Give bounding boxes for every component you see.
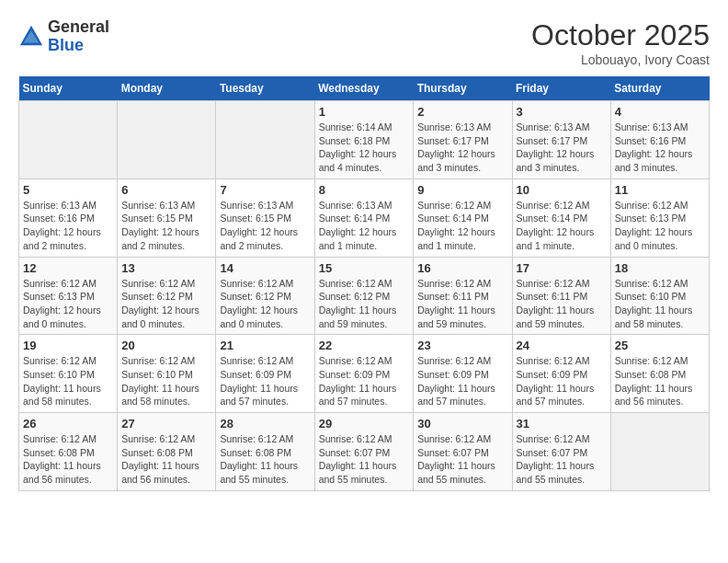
day-number: 9 [417, 183, 507, 197]
calendar-cell: 31Sunrise: 6:12 AM Sunset: 6:07 PM Dayli… [512, 413, 610, 491]
day-number: 1 [319, 105, 410, 119]
calendar-cell: 30Sunrise: 6:12 AM Sunset: 6:07 PM Dayli… [414, 413, 512, 491]
calendar-cell: 20Sunrise: 6:12 AM Sunset: 6:10 PM Dayli… [118, 335, 216, 413]
day-info: Sunrise: 6:14 AM Sunset: 6:18 PM Dayligh… [319, 121, 410, 175]
day-info: Sunrise: 6:12 AM Sunset: 6:10 PM Dayligh… [121, 354, 211, 408]
day-info: Sunrise: 6:12 AM Sunset: 6:07 PM Dayligh… [517, 432, 607, 487]
calendar-cell: 6Sunrise: 6:13 AM Sunset: 6:15 PM Daylig… [118, 178, 216, 257]
logo-general: General [48, 17, 109, 36]
day-number: 27 [121, 417, 211, 431]
calendar-cell: 4Sunrise: 6:13 AM Sunset: 6:16 PM Daylig… [610, 101, 709, 179]
day-info: Sunrise: 6:12 AM Sunset: 6:09 PM Dayligh… [220, 354, 310, 408]
day-number: 30 [417, 417, 507, 431]
calendar-cell: 15Sunrise: 6:12 AM Sunset: 6:12 PM Dayli… [314, 257, 414, 335]
day-info: Sunrise: 6:12 AM Sunset: 6:07 PM Dayligh… [417, 432, 507, 487]
calendar-cell: 1Sunrise: 6:14 AM Sunset: 6:18 PM Daylig… [314, 101, 414, 179]
calendar-cell [118, 101, 216, 179]
day-number: 28 [220, 417, 310, 431]
calendar-cell: 24Sunrise: 6:12 AM Sunset: 6:09 PM Dayli… [512, 335, 610, 413]
day-info: Sunrise: 6:12 AM Sunset: 6:08 PM Dayligh… [23, 432, 113, 487]
page-header: General Blue October 2025 Lobouayo, Ivor… [18, 18, 710, 67]
day-number: 11 [615, 183, 705, 197]
day-info: Sunrise: 6:12 AM Sunset: 6:09 PM Dayligh… [319, 354, 410, 408]
calendar-cell: 22Sunrise: 6:12 AM Sunset: 6:09 PM Dayli… [314, 335, 414, 413]
day-number: 3 [517, 105, 607, 119]
logo: General Blue [18, 18, 109, 55]
calendar-cell [610, 413, 709, 491]
calendar-cell: 3Sunrise: 6:13 AM Sunset: 6:17 PM Daylig… [512, 101, 610, 179]
calendar-cell: 25Sunrise: 6:12 AM Sunset: 6:08 PM Dayli… [610, 335, 709, 413]
day-number: 6 [121, 183, 211, 197]
day-of-week-friday: Friday [512, 76, 610, 101]
day-number: 4 [615, 105, 705, 119]
calendar-cell: 18Sunrise: 6:12 AM Sunset: 6:10 PM Dayli… [610, 257, 709, 335]
month-title: October 2025 [531, 18, 710, 52]
day-info: Sunrise: 6:12 AM Sunset: 6:08 PM Dayligh… [615, 354, 705, 408]
calendar-cell: 23Sunrise: 6:12 AM Sunset: 6:09 PM Dayli… [414, 335, 512, 413]
day-number: 15 [319, 261, 410, 275]
day-info: Sunrise: 6:13 AM Sunset: 6:15 PM Dayligh… [121, 199, 211, 253]
day-number: 23 [417, 339, 507, 352]
day-info: Sunrise: 6:13 AM Sunset: 6:17 PM Dayligh… [417, 121, 507, 175]
location: Lobouayo, Ivory Coast [531, 52, 710, 67]
day-info: Sunrise: 6:12 AM Sunset: 6:09 PM Dayligh… [417, 354, 507, 408]
day-number: 22 [319, 339, 410, 352]
calendar-week-3: 12Sunrise: 6:12 AM Sunset: 6:13 PM Dayli… [19, 257, 710, 335]
calendar-cell: 28Sunrise: 6:12 AM Sunset: 6:08 PM Dayli… [216, 413, 314, 491]
day-info: Sunrise: 6:12 AM Sunset: 6:14 PM Dayligh… [417, 199, 507, 253]
calendar-cell: 11Sunrise: 6:12 AM Sunset: 6:13 PM Dayli… [610, 178, 709, 257]
calendar-cell: 16Sunrise: 6:12 AM Sunset: 6:11 PM Dayli… [414, 257, 512, 335]
calendar-cell: 14Sunrise: 6:12 AM Sunset: 6:12 PM Dayli… [216, 257, 314, 335]
day-number: 2 [417, 105, 507, 119]
logo-text: General Blue [48, 18, 109, 55]
calendar-week-4: 19Sunrise: 6:12 AM Sunset: 6:10 PM Dayli… [19, 335, 710, 413]
calendar-week-2: 5Sunrise: 6:13 AM Sunset: 6:16 PM Daylig… [19, 178, 710, 257]
day-number: 18 [615, 261, 705, 275]
calendar-cell: 12Sunrise: 6:12 AM Sunset: 6:13 PM Dayli… [19, 257, 118, 335]
day-info: Sunrise: 6:13 AM Sunset: 6:15 PM Dayligh… [220, 199, 310, 253]
day-number: 31 [517, 417, 607, 431]
day-of-week-monday: Monday [118, 76, 216, 101]
calendar-cell: 29Sunrise: 6:12 AM Sunset: 6:07 PM Dayli… [314, 413, 414, 491]
title-block: October 2025 Lobouayo, Ivory Coast [531, 18, 710, 67]
day-info: Sunrise: 6:12 AM Sunset: 6:14 PM Dayligh… [517, 199, 607, 253]
calendar-cell: 10Sunrise: 6:12 AM Sunset: 6:14 PM Dayli… [512, 178, 610, 257]
calendar-week-1: 1Sunrise: 6:14 AM Sunset: 6:18 PM Daylig… [19, 101, 710, 179]
day-number: 21 [220, 339, 310, 352]
day-info: Sunrise: 6:12 AM Sunset: 6:11 PM Dayligh… [417, 277, 507, 331]
calendar-week-5: 26Sunrise: 6:12 AM Sunset: 6:08 PM Dayli… [19, 413, 710, 491]
logo-icon [18, 24, 44, 50]
day-info: Sunrise: 6:13 AM Sunset: 6:16 PM Dayligh… [23, 199, 113, 253]
day-number: 10 [517, 183, 607, 197]
day-number: 13 [121, 261, 211, 275]
day-of-week-saturday: Saturday [610, 76, 709, 101]
day-info: Sunrise: 6:12 AM Sunset: 6:10 PM Dayligh… [615, 277, 705, 331]
calendar-cell: 2Sunrise: 6:13 AM Sunset: 6:17 PM Daylig… [414, 101, 512, 179]
calendar-cell: 8Sunrise: 6:13 AM Sunset: 6:14 PM Daylig… [314, 178, 414, 257]
calendar-cell: 27Sunrise: 6:12 AM Sunset: 6:08 PM Dayli… [118, 413, 216, 491]
calendar-cell: 21Sunrise: 6:12 AM Sunset: 6:09 PM Dayli… [216, 335, 314, 413]
calendar-header-row: SundayMondayTuesdayWednesdayThursdayFrid… [19, 76, 710, 101]
day-number: 7 [220, 183, 310, 197]
day-number: 26 [23, 417, 113, 431]
day-info: Sunrise: 6:12 AM Sunset: 6:12 PM Dayligh… [220, 277, 310, 331]
logo-blue: Blue [48, 36, 84, 54]
day-info: Sunrise: 6:12 AM Sunset: 6:13 PM Dayligh… [615, 199, 705, 253]
day-number: 20 [121, 339, 211, 352]
day-number: 25 [615, 339, 705, 352]
calendar-cell: 13Sunrise: 6:12 AM Sunset: 6:12 PM Dayli… [118, 257, 216, 335]
day-number: 19 [23, 339, 113, 352]
day-info: Sunrise: 6:13 AM Sunset: 6:17 PM Dayligh… [517, 121, 607, 175]
day-number: 29 [319, 417, 410, 431]
day-info: Sunrise: 6:13 AM Sunset: 6:16 PM Dayligh… [615, 121, 705, 175]
calendar-cell: 9Sunrise: 6:12 AM Sunset: 6:14 PM Daylig… [414, 178, 512, 257]
day-of-week-thursday: Thursday [414, 76, 512, 101]
calendar-cell: 17Sunrise: 6:12 AM Sunset: 6:11 PM Dayli… [512, 257, 610, 335]
day-of-week-sunday: Sunday [19, 76, 118, 101]
day-info: Sunrise: 6:12 AM Sunset: 6:10 PM Dayligh… [23, 354, 113, 408]
day-number: 5 [23, 183, 113, 197]
calendar-cell: 5Sunrise: 6:13 AM Sunset: 6:16 PM Daylig… [19, 178, 118, 257]
day-number: 16 [417, 261, 507, 275]
calendar-cell [216, 101, 314, 179]
day-info: Sunrise: 6:12 AM Sunset: 6:08 PM Dayligh… [121, 432, 211, 487]
